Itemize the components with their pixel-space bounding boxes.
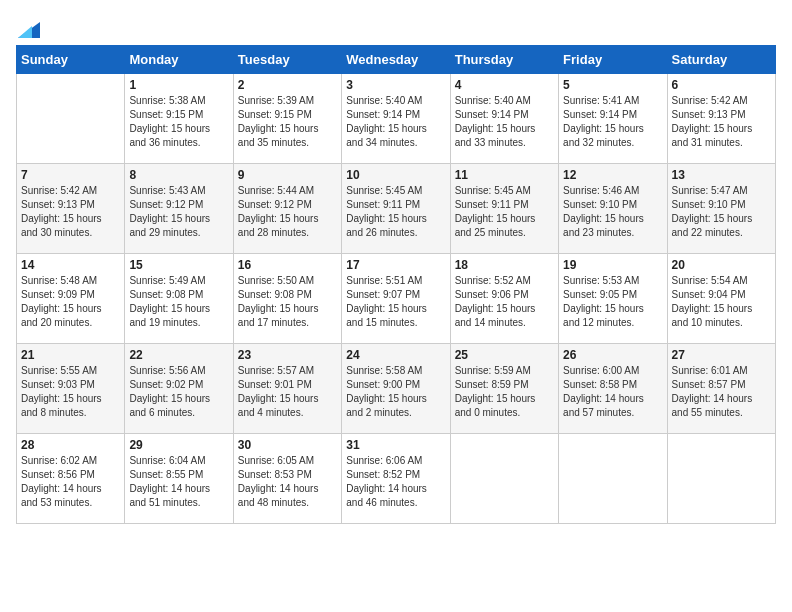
calendar-week-row: 7Sunrise: 5:42 AM Sunset: 9:13 PM Daylig…: [17, 164, 776, 254]
day-number: 12: [563, 168, 662, 182]
day-info: Sunrise: 5:48 AM Sunset: 9:09 PM Dayligh…: [21, 274, 120, 330]
day-number: 1: [129, 78, 228, 92]
calendar-cell: [559, 434, 667, 524]
calendar-cell: 22Sunrise: 5:56 AM Sunset: 9:02 PM Dayli…: [125, 344, 233, 434]
day-info: Sunrise: 5:44 AM Sunset: 9:12 PM Dayligh…: [238, 184, 337, 240]
day-info: Sunrise: 5:45 AM Sunset: 9:11 PM Dayligh…: [346, 184, 445, 240]
calendar-cell: 13Sunrise: 5:47 AM Sunset: 9:10 PM Dayli…: [667, 164, 775, 254]
calendar-cell: 18Sunrise: 5:52 AM Sunset: 9:06 PM Dayli…: [450, 254, 558, 344]
calendar-cell: 25Sunrise: 5:59 AM Sunset: 8:59 PM Dayli…: [450, 344, 558, 434]
day-number: 7: [21, 168, 120, 182]
calendar-cell: 8Sunrise: 5:43 AM Sunset: 9:12 PM Daylig…: [125, 164, 233, 254]
day-number: 29: [129, 438, 228, 452]
day-info: Sunrise: 5:46 AM Sunset: 9:10 PM Dayligh…: [563, 184, 662, 240]
day-number: 19: [563, 258, 662, 272]
day-number: 6: [672, 78, 771, 92]
day-number: 9: [238, 168, 337, 182]
calendar-week-row: 14Sunrise: 5:48 AM Sunset: 9:09 PM Dayli…: [17, 254, 776, 344]
day-info: Sunrise: 5:59 AM Sunset: 8:59 PM Dayligh…: [455, 364, 554, 420]
calendar-table: SundayMondayTuesdayWednesdayThursdayFrid…: [16, 45, 776, 524]
day-number: 25: [455, 348, 554, 362]
weekday-header: Saturday: [667, 46, 775, 74]
day-number: 27: [672, 348, 771, 362]
day-number: 10: [346, 168, 445, 182]
day-info: Sunrise: 5:50 AM Sunset: 9:08 PM Dayligh…: [238, 274, 337, 330]
day-info: Sunrise: 5:40 AM Sunset: 9:14 PM Dayligh…: [346, 94, 445, 150]
day-number: 14: [21, 258, 120, 272]
day-info: Sunrise: 5:49 AM Sunset: 9:08 PM Dayligh…: [129, 274, 228, 330]
day-number: 28: [21, 438, 120, 452]
calendar-cell: 28Sunrise: 6:02 AM Sunset: 8:56 PM Dayli…: [17, 434, 125, 524]
calendar-cell: 30Sunrise: 6:05 AM Sunset: 8:53 PM Dayli…: [233, 434, 341, 524]
day-number: 21: [21, 348, 120, 362]
logo: [16, 16, 40, 39]
calendar-cell: 4Sunrise: 5:40 AM Sunset: 9:14 PM Daylig…: [450, 74, 558, 164]
day-number: 30: [238, 438, 337, 452]
weekday-header: Monday: [125, 46, 233, 74]
day-number: 23: [238, 348, 337, 362]
day-number: 18: [455, 258, 554, 272]
day-number: 5: [563, 78, 662, 92]
day-info: Sunrise: 6:00 AM Sunset: 8:58 PM Dayligh…: [563, 364, 662, 420]
calendar-week-row: 1Sunrise: 5:38 AM Sunset: 9:15 PM Daylig…: [17, 74, 776, 164]
page-header: [16, 16, 776, 39]
day-info: Sunrise: 5:55 AM Sunset: 9:03 PM Dayligh…: [21, 364, 120, 420]
calendar-cell: 7Sunrise: 5:42 AM Sunset: 9:13 PM Daylig…: [17, 164, 125, 254]
calendar-cell: 5Sunrise: 5:41 AM Sunset: 9:14 PM Daylig…: [559, 74, 667, 164]
calendar-cell: 17Sunrise: 5:51 AM Sunset: 9:07 PM Dayli…: [342, 254, 450, 344]
logo-icon: [18, 22, 40, 38]
day-number: 17: [346, 258, 445, 272]
weekday-header: Tuesday: [233, 46, 341, 74]
day-info: Sunrise: 5:53 AM Sunset: 9:05 PM Dayligh…: [563, 274, 662, 330]
logo-text: [16, 16, 40, 39]
day-number: 16: [238, 258, 337, 272]
calendar-cell: 29Sunrise: 6:04 AM Sunset: 8:55 PM Dayli…: [125, 434, 233, 524]
calendar-cell: 14Sunrise: 5:48 AM Sunset: 9:09 PM Dayli…: [17, 254, 125, 344]
weekday-header: Wednesday: [342, 46, 450, 74]
day-info: Sunrise: 5:39 AM Sunset: 9:15 PM Dayligh…: [238, 94, 337, 150]
day-info: Sunrise: 5:42 AM Sunset: 9:13 PM Dayligh…: [672, 94, 771, 150]
calendar-cell: 16Sunrise: 5:50 AM Sunset: 9:08 PM Dayli…: [233, 254, 341, 344]
calendar-cell: [667, 434, 775, 524]
calendar-cell: 9Sunrise: 5:44 AM Sunset: 9:12 PM Daylig…: [233, 164, 341, 254]
day-info: Sunrise: 5:56 AM Sunset: 9:02 PM Dayligh…: [129, 364, 228, 420]
day-number: 8: [129, 168, 228, 182]
day-info: Sunrise: 6:06 AM Sunset: 8:52 PM Dayligh…: [346, 454, 445, 510]
calendar-cell: 10Sunrise: 5:45 AM Sunset: 9:11 PM Dayli…: [342, 164, 450, 254]
day-info: Sunrise: 5:47 AM Sunset: 9:10 PM Dayligh…: [672, 184, 771, 240]
weekday-header: Friday: [559, 46, 667, 74]
day-number: 13: [672, 168, 771, 182]
day-info: Sunrise: 5:57 AM Sunset: 9:01 PM Dayligh…: [238, 364, 337, 420]
day-info: Sunrise: 5:40 AM Sunset: 9:14 PM Dayligh…: [455, 94, 554, 150]
day-info: Sunrise: 5:52 AM Sunset: 9:06 PM Dayligh…: [455, 274, 554, 330]
calendar-cell: 23Sunrise: 5:57 AM Sunset: 9:01 PM Dayli…: [233, 344, 341, 434]
day-info: Sunrise: 5:42 AM Sunset: 9:13 PM Dayligh…: [21, 184, 120, 240]
weekday-header: Thursday: [450, 46, 558, 74]
day-number: 26: [563, 348, 662, 362]
calendar-cell: 3Sunrise: 5:40 AM Sunset: 9:14 PM Daylig…: [342, 74, 450, 164]
calendar-cell: [17, 74, 125, 164]
day-number: 11: [455, 168, 554, 182]
calendar-cell: 11Sunrise: 5:45 AM Sunset: 9:11 PM Dayli…: [450, 164, 558, 254]
day-number: 22: [129, 348, 228, 362]
calendar-cell: 6Sunrise: 5:42 AM Sunset: 9:13 PM Daylig…: [667, 74, 775, 164]
calendar-cell: 2Sunrise: 5:39 AM Sunset: 9:15 PM Daylig…: [233, 74, 341, 164]
calendar-cell: 26Sunrise: 6:00 AM Sunset: 8:58 PM Dayli…: [559, 344, 667, 434]
day-number: 20: [672, 258, 771, 272]
day-info: Sunrise: 6:02 AM Sunset: 8:56 PM Dayligh…: [21, 454, 120, 510]
calendar-cell: 21Sunrise: 5:55 AM Sunset: 9:03 PM Dayli…: [17, 344, 125, 434]
day-number: 31: [346, 438, 445, 452]
calendar-cell: 1Sunrise: 5:38 AM Sunset: 9:15 PM Daylig…: [125, 74, 233, 164]
day-number: 4: [455, 78, 554, 92]
calendar-cell: 24Sunrise: 5:58 AM Sunset: 9:00 PM Dayli…: [342, 344, 450, 434]
calendar-cell: 27Sunrise: 6:01 AM Sunset: 8:57 PM Dayli…: [667, 344, 775, 434]
weekday-header-row: SundayMondayTuesdayWednesdayThursdayFrid…: [17, 46, 776, 74]
day-number: 2: [238, 78, 337, 92]
calendar-cell: 31Sunrise: 6:06 AM Sunset: 8:52 PM Dayli…: [342, 434, 450, 524]
weekday-header: Sunday: [17, 46, 125, 74]
calendar-cell: 19Sunrise: 5:53 AM Sunset: 9:05 PM Dayli…: [559, 254, 667, 344]
svg-marker-1: [18, 26, 32, 38]
calendar-week-row: 28Sunrise: 6:02 AM Sunset: 8:56 PM Dayli…: [17, 434, 776, 524]
day-info: Sunrise: 5:41 AM Sunset: 9:14 PM Dayligh…: [563, 94, 662, 150]
day-info: Sunrise: 5:58 AM Sunset: 9:00 PM Dayligh…: [346, 364, 445, 420]
